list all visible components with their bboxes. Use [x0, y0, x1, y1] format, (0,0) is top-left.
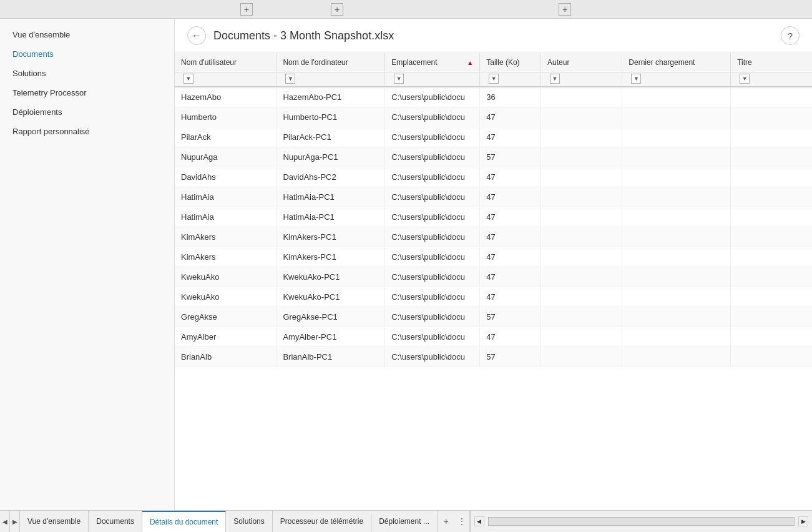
- cell-user: NupurAga: [175, 147, 276, 167]
- table-row[interactable]: GregAkseGregAkse-PC1C:\users\public\docu…: [175, 307, 812, 327]
- cell-user: Humberto: [175, 107, 276, 127]
- sidebar-item-rapport[interactable]: Rapport personnalisé: [0, 122, 174, 141]
- table-container[interactable]: Nom d'utilisateurNom de l'ordinateurEmpl…: [175, 53, 812, 510]
- sidebar-item-solutions[interactable]: Solutions: [0, 64, 174, 83]
- cell-size: 57: [480, 307, 541, 327]
- cell-date: [622, 327, 731, 347]
- filter-btn-date[interactable]: ▼: [631, 74, 641, 84]
- cell-user: HatimAia: [175, 207, 276, 227]
- cell-loc: C:\users\public\docu: [385, 107, 480, 127]
- cell-pc: BrianAlb-PC1: [276, 347, 385, 367]
- col-label-title: Titre: [737, 58, 752, 67]
- cell-author: [541, 227, 622, 247]
- cell-pc: NupurAga-PC1: [276, 147, 385, 167]
- details-tab[interactable]: Détails du document: [142, 511, 226, 532]
- filter-btn-loc[interactable]: ▼: [394, 74, 404, 84]
- cell-loc: C:\users\public\docu: [385, 187, 480, 207]
- table-row[interactable]: HatimAiaHatimAia-PC1C:\users\public\docu…: [175, 207, 812, 227]
- cell-user: DavidAhs: [175, 167, 276, 187]
- table-row[interactable]: HatimAiaHatimAia-PC1C:\users\public\docu…: [175, 187, 812, 207]
- cell-user: GregAkse: [175, 307, 276, 327]
- table-row[interactable]: PilarAckPilarAck-PC1C:\users\public\docu…: [175, 127, 812, 147]
- cell-size: 47: [480, 267, 541, 287]
- filter-btn-author[interactable]: ▼: [550, 74, 560, 84]
- filter-btn-size[interactable]: ▼: [489, 74, 499, 84]
- filter-cell-title: ▼: [731, 72, 812, 87]
- more-sheets-button[interactable]: ⋮: [455, 511, 470, 532]
- add-tab-btn-2[interactable]: +: [331, 3, 343, 16]
- cell-title: [731, 287, 812, 307]
- sidebar-item-documents[interactable]: Documents: [0, 44, 174, 64]
- table-row[interactable]: NupurAgaNupurAga-PC1C:\users\public\docu…: [175, 147, 812, 167]
- filter-cell-author: ▼: [541, 72, 622, 87]
- sidebar-item-vue-ensemble[interactable]: Vue d'ensemble: [0, 25, 174, 44]
- table-row[interactable]: KimAkersKimAkers-PC1C:\users\public\docu…: [175, 247, 812, 267]
- add-tab-btn-1[interactable]: +: [240, 3, 253, 16]
- cell-author: [541, 247, 622, 267]
- cell-loc: C:\users\public\docu: [385, 227, 480, 247]
- add-tab-btn-3[interactable]: +: [559, 3, 571, 16]
- cell-author: [541, 287, 622, 307]
- solutions-tab[interactable]: Solutions: [226, 511, 272, 532]
- horizontal-scrollbar[interactable]: [488, 517, 795, 526]
- cell-date: [622, 187, 731, 207]
- vue-ensemble-tab[interactable]: Vue d'ensemble: [20, 511, 89, 532]
- cell-loc: C:\users\public\docu: [385, 327, 480, 347]
- table-row[interactable]: HumbertoHumberto-PC1C:\users\public\docu…: [175, 107, 812, 127]
- table-row[interactable]: BrianAlbBrianAlb-PC1C:\users\public\docu…: [175, 347, 812, 367]
- cell-loc: C:\users\public\docu: [385, 207, 480, 227]
- scrollbar-left-btn[interactable]: ◀: [474, 516, 484, 526]
- tab-scroll-next[interactable]: ▶: [10, 511, 20, 532]
- cell-size: 47: [480, 187, 541, 207]
- back-button[interactable]: ←: [187, 26, 206, 45]
- cell-loc: C:\users\public\docu: [385, 287, 480, 307]
- table-row[interactable]: DavidAhsDavidAhs-PC2C:\users\public\docu…: [175, 167, 812, 187]
- cell-loc: C:\users\public\docu: [385, 267, 480, 287]
- cell-user: HazemAbo: [175, 87, 276, 107]
- cell-title: [731, 307, 812, 327]
- cell-date: [622, 127, 731, 147]
- cell-date: [622, 287, 731, 307]
- table-row[interactable]: KwekuAkoKwekuAko-PC1C:\users\public\docu…: [175, 267, 812, 287]
- sidebar-item-deploiements[interactable]: Déploiements: [0, 102, 174, 122]
- cell-size: 36: [480, 87, 541, 107]
- table-row[interactable]: KwekuAkoKwekuAko-PC1C:\users\public\docu…: [175, 287, 812, 307]
- telemetrie-tab[interactable]: Processeur de télémétrie: [273, 511, 371, 532]
- cell-pc: PilarAck-PC1: [276, 127, 385, 147]
- scrollbar-right-btn[interactable]: ▶: [798, 516, 808, 526]
- cell-date: [622, 347, 731, 367]
- cell-author: [541, 167, 622, 187]
- cell-author: [541, 127, 622, 147]
- cell-title: [731, 247, 812, 267]
- table-row[interactable]: KimAkersKimAkers-PC1C:\users\public\docu…: [175, 227, 812, 247]
- cell-author: [541, 87, 622, 107]
- cell-title: [731, 167, 812, 187]
- filter-btn-user[interactable]: ▼: [183, 74, 193, 84]
- cell-loc: C:\users\public\docu: [385, 347, 480, 367]
- filter-btn-title[interactable]: ▼: [740, 74, 750, 84]
- cell-date: [622, 87, 731, 107]
- cell-pc: HatimAia-PC1: [276, 207, 385, 227]
- col-header-loc: Emplacement▲: [385, 53, 480, 72]
- filter-btn-pc[interactable]: ▼: [285, 74, 295, 84]
- col-label-loc: Emplacement: [391, 58, 437, 67]
- cell-title: [731, 127, 812, 147]
- cell-user: KwekuAko: [175, 267, 276, 287]
- cell-user: BrianAlb: [175, 347, 276, 367]
- deploiement-tab[interactable]: Déploiement ...: [371, 511, 438, 532]
- sort-indicator-loc: ▲: [467, 59, 473, 66]
- table-row[interactable]: AmyAlberAmyAlber-PC1C:\users\public\docu…: [175, 327, 812, 347]
- add-sheet-button[interactable]: +: [438, 511, 455, 532]
- cell-author: [541, 347, 622, 367]
- col-header-size: Taille (Ko): [480, 53, 541, 72]
- cell-date: [622, 167, 731, 187]
- tab-scroll-prev[interactable]: ◀: [0, 511, 10, 532]
- table-row[interactable]: HazemAboHazemAbo-PC1C:\users\public\docu…: [175, 87, 812, 107]
- sidebar-item-telemetry[interactable]: Telemetry Processor: [0, 83, 174, 102]
- cell-size: 47: [480, 107, 541, 127]
- help-button[interactable]: ?: [781, 26, 800, 45]
- filter-cell-pc: ▼: [276, 72, 385, 87]
- cell-pc: KimAkers-PC1: [276, 227, 385, 247]
- cell-user: AmyAlber: [175, 327, 276, 347]
- documents-tab[interactable]: Documents: [89, 511, 142, 532]
